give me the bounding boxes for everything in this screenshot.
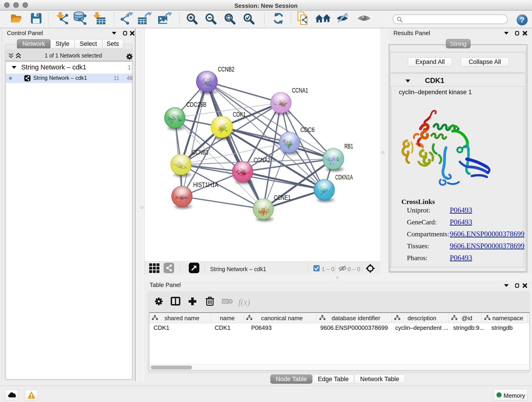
svg-text:CDC6: CDC6 [300,126,315,133]
svg-text:?: ? [520,15,525,24]
svg-text:RB1: RB1 [344,143,353,150]
svg-text:CCNE1: CCNE1 [274,194,291,201]
svg-text:CDKN1A: CDKN1A [335,173,353,181]
svg-text:CDK1: CDK1 [233,111,246,118]
svg-text:CCNA1: CCNA1 [292,87,308,94]
svg-text:CCNB2: CCNB2 [218,65,234,73]
svg-text:HIST1H1A: HIST1H1A [193,181,219,188]
svg-text:CCNA2: CCNA2 [254,156,270,164]
svg-text:CCNB1: CCNB1 [192,148,209,156]
svg-text:CDC25B: CDC25B [186,101,206,108]
